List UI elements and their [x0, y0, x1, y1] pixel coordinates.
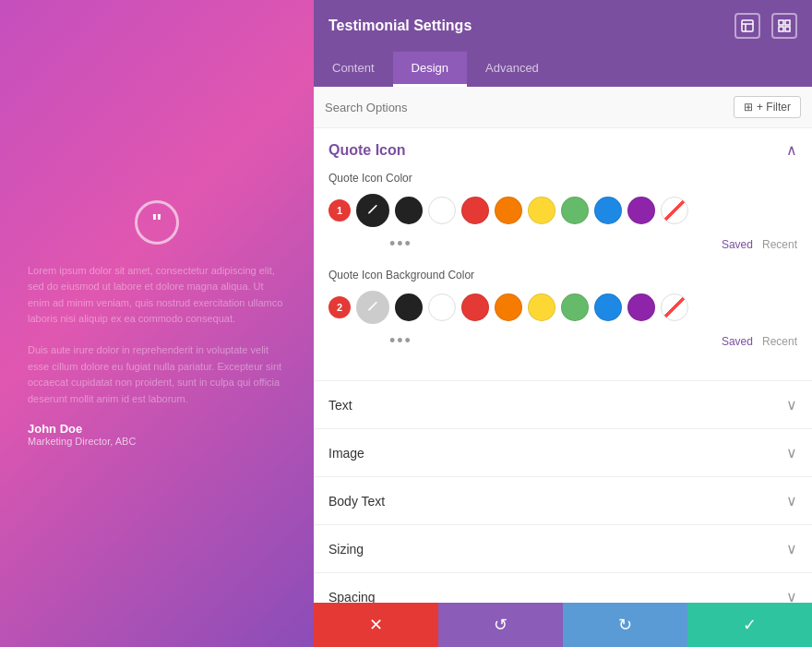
color-picker-row-1: 1 [328, 194, 797, 227]
spacing-section: Spacing ∨ [314, 573, 812, 603]
text-section-title: Text [328, 398, 352, 413]
text-section-header[interactable]: Text ∨ [314, 381, 812, 428]
chevron-down-icon-image: ∨ [786, 444, 797, 461]
color-swatch-red-2[interactable] [461, 294, 489, 321]
tabs: Content Design Advanced [314, 52, 812, 87]
chevron-down-icon-text: ∨ [786, 396, 797, 413]
saved-label-2[interactable]: Saved [722, 335, 753, 348]
saved-label-1[interactable]: Saved [722, 238, 753, 251]
color-swatch-red-1[interactable] [461, 197, 489, 224]
color-swatch-green-2[interactable] [561, 294, 589, 321]
color-badge-1: 1 [328, 199, 351, 222]
cancel-button[interactable]: ✕ [314, 603, 438, 647]
color-swatch-orange-2[interactable] [495, 294, 522, 321]
color-swatch-green-1[interactable] [561, 197, 589, 224]
color-swatch-yellow-2[interactable] [528, 294, 555, 321]
color-edit-button-1[interactable] [356, 194, 389, 227]
recent-label-2[interactable]: Recent [762, 335, 797, 348]
quote-icon-title: Quote Icon [328, 142, 406, 159]
quote-icon: " [135, 200, 179, 245]
color-badge-2: 2 [328, 296, 351, 318]
cancel-icon: ✕ [369, 615, 383, 635]
chevron-up-icon: ∧ [786, 141, 797, 159]
chevron-down-icon-body: ∨ [786, 492, 797, 509]
filter-button[interactable]: ⊞ + Filter [734, 96, 801, 118]
wireframe-icon[interactable] [734, 13, 760, 39]
quote-icon-color-content: Quote Icon Color 1 [314, 172, 812, 380]
panel-content: Quote Icon ∧ Quote Icon Color 1 [314, 128, 812, 603]
more-colors-button-2[interactable]: ••• [389, 331, 412, 351]
author-title: Marketing Director, ABC [28, 436, 286, 447]
color-edit-button-2[interactable] [356, 291, 389, 324]
testimonial-body-1: Lorem ipsum dolor sit amet, consectetur … [28, 263, 286, 328]
save-button[interactable]: ✓ [687, 603, 812, 647]
color-swatch-none-1[interactable] [661, 197, 688, 224]
image-section-header[interactable]: Image ∨ [314, 429, 812, 476]
reset-icon: ↺ [494, 615, 508, 635]
testimonial-body-2: Duis aute irure dolor in reprehenderit i… [28, 342, 286, 407]
author-name: John Doe [28, 422, 286, 436]
preview-area: " Lorem ipsum dolor sit amet, consectetu… [0, 0, 314, 647]
color-swatch-blue-2[interactable] [594, 294, 622, 321]
recent-label-1[interactable]: Recent [762, 238, 797, 251]
svg-rect-6 [785, 27, 790, 31]
tab-advanced[interactable]: Advanced [467, 52, 557, 87]
image-section-title: Image [328, 446, 364, 461]
color-footer-2: ••• Saved Recent [328, 331, 797, 351]
body-text-section: Body Text ∨ [314, 477, 812, 525]
save-icon: ✓ [743, 615, 757, 635]
color-swatch-white-2[interactable] [428, 294, 456, 321]
header-icons [734, 13, 797, 39]
sizing-section: Sizing ∨ [314, 525, 812, 573]
tab-design[interactable]: Design [393, 52, 467, 87]
svg-rect-5 [779, 27, 783, 31]
quote-icon-section: Quote Icon ∧ Quote Icon Color 1 [314, 128, 812, 381]
color-swatch-blue-1[interactable] [594, 197, 622, 224]
sizing-section-title: Sizing [328, 542, 364, 557]
chevron-down-icon-spacing: ∨ [786, 588, 797, 603]
testimonial-card: " Lorem ipsum dolor sit amet, consectetu… [28, 200, 286, 448]
search-bar: ⊞ + Filter [314, 87, 812, 128]
redo-button[interactable]: ↻ [563, 603, 687, 647]
color-swatch-black-2[interactable] [395, 294, 423, 321]
color-swatch-none-2[interactable] [661, 294, 688, 321]
color-swatch-yellow-1[interactable] [528, 197, 555, 224]
color-picker-row-2: 2 [328, 291, 797, 324]
redo-icon: ↻ [618, 615, 632, 635]
filter-icon: ⊞ [744, 101, 753, 114]
reset-button[interactable]: ↺ [438, 603, 563, 647]
color-footer-1: ••• Saved Recent [328, 234, 797, 254]
body-text-section-title: Body Text [328, 494, 385, 509]
svg-rect-4 [785, 20, 790, 25]
body-text-section-header[interactable]: Body Text ∨ [314, 477, 812, 524]
color-swatch-purple-1[interactable] [627, 197, 655, 224]
panel-footer: ✕ ↺ ↻ ✓ [314, 603, 812, 647]
svg-rect-0 [742, 20, 753, 31]
expand-icon[interactable] [771, 13, 797, 39]
panel-header: Testimonial Settings [314, 0, 812, 52]
quote-icon-bg-color-label: Quote Icon Background Color [328, 269, 797, 282]
color-swatch-orange-1[interactable] [495, 197, 522, 224]
chevron-down-icon-sizing: ∨ [786, 540, 797, 557]
search-input[interactable] [325, 101, 734, 114]
sizing-section-header[interactable]: Sizing ∨ [314, 525, 812, 572]
image-section: Image ∨ [314, 429, 812, 477]
spacing-section-header[interactable]: Spacing ∨ [314, 573, 812, 603]
quote-icon-section-header[interactable]: Quote Icon ∧ [314, 128, 812, 172]
settings-panel: Testimonial Settings Content De [314, 0, 812, 647]
color-swatch-white-1[interactable] [428, 197, 456, 224]
tab-content[interactable]: Content [314, 52, 393, 87]
panel-title: Testimonial Settings [328, 18, 472, 34]
color-swatch-purple-2[interactable] [627, 294, 655, 321]
quote-icon-color-label: Quote Icon Color [328, 172, 797, 185]
color-swatch-black-1[interactable] [395, 197, 423, 224]
svg-rect-3 [779, 20, 783, 25]
text-section: Text ∨ [314, 381, 812, 429]
more-colors-button-1[interactable]: ••• [389, 234, 412, 254]
spacing-section-title: Spacing [328, 590, 376, 604]
